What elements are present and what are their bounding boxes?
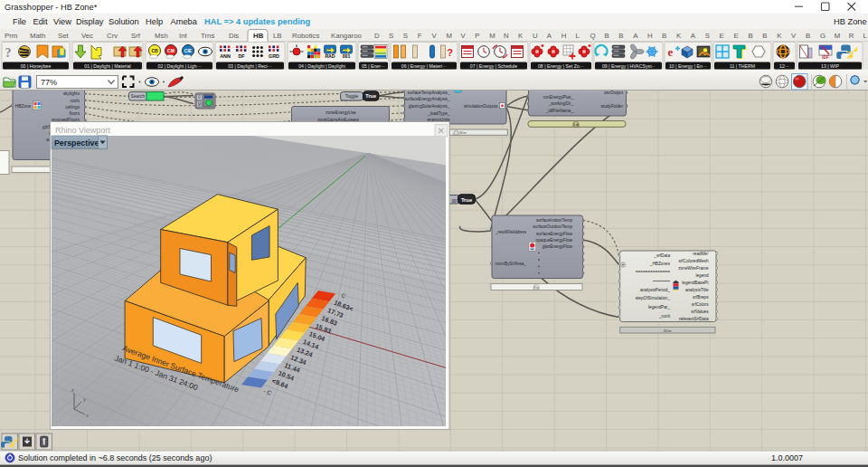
svg-text:Msh: Msh	[155, 32, 168, 40]
svg-text:analysisTitle: analysisTitle	[685, 288, 709, 292]
svg-text:ANN: ANN	[220, 53, 231, 59]
svg-text:Edit: Edit	[33, 17, 48, 26]
svg-text:M: M	[835, 32, 841, 40]
svg-text:LB: LB	[273, 32, 282, 40]
svg-text:srfBreps: srfBreps	[693, 295, 709, 300]
svg-text:B: B	[604, 32, 609, 40]
svg-text:Set: Set	[58, 32, 70, 40]
svg-text:Trns: Trns	[201, 32, 214, 40]
svg-text:B: B	[762, 32, 767, 40]
svg-text:12···: 12···	[779, 63, 789, 69]
svg-text:R: R	[849, 32, 854, 40]
svg-text:surfaceEnergyAnalysis_: surfaceEnergyAnalysis_	[404, 97, 450, 101]
svg-text:CIE: CIE	[184, 48, 193, 53]
svg-text:N: N	[504, 32, 509, 40]
svg-text:_srfData: _srfData	[653, 253, 670, 258]
svg-text:V: V	[791, 32, 797, 40]
svg-text:A: A	[633, 32, 638, 40]
svg-text:View: View	[53, 17, 71, 26]
svg-text:07 | Energy | Schedule: 07 | Energy | Schedule	[470, 63, 517, 69]
svg-text:Kangaroo: Kangaroo	[331, 32, 362, 40]
svg-text:_idfFileName_: _idfFileName_	[545, 109, 574, 113]
svg-text:02 | Daylight | Ligh···: 02 | Daylight | Ligh···	[158, 63, 202, 69]
svg-text:legend: legend	[695, 273, 708, 278]
svg-text:Math: Math	[30, 32, 45, 40]
svg-text:Crv: Crv	[107, 32, 118, 40]
svg-text:IDF: IDF	[822, 55, 829, 60]
svg-text:Q: Q	[590, 32, 596, 40]
svg-text:06 | Energy | Materi···: 06 | Energy | Materi···	[401, 63, 448, 69]
svg-text:simulationOutputs: simulationOutputs	[464, 104, 498, 109]
svg-text:Prm: Prm	[5, 32, 17, 40]
svg-text:Ameba: Ameba	[171, 17, 198, 26]
svg-text:B: B	[618, 32, 623, 40]
svg-text:surfaceIndoorTemp: surfaceIndoorTemp	[536, 218, 573, 223]
svg-text:floors: floors	[70, 111, 80, 116]
svg-text:gy: gy	[452, 197, 458, 203]
svg-text:3Dm: 3Dm	[664, 329, 672, 333]
svg-text:B: B	[806, 32, 810, 40]
svg-text:z: z	[71, 387, 74, 393]
svg-text:S: S	[389, 32, 393, 40]
svg-text:M: M	[447, 32, 453, 40]
svg-text:Solution: Solution	[108, 17, 139, 26]
svg-text:legendBasePt: legendBasePt	[682, 281, 709, 285]
svg-text:_runIt: _runIt	[658, 314, 671, 319]
svg-text:K: K	[676, 32, 682, 40]
svg-text:==============: ==============	[636, 270, 671, 274]
svg-text:roofs: roofs	[71, 99, 80, 103]
svg-text:glazingSolarAnalysis_: glazingSolarAnalysis_	[409, 104, 450, 109]
svg-text:09 | Energy | HVACSyst··: 09 | Energy | HVACSyst··	[602, 63, 656, 69]
svg-text:zoneEnergyUse: zoneEnergyUse	[326, 110, 356, 115]
svg-text:Robotics: Robotics	[292, 32, 319, 40]
svg-text:05 | Ener···: 05 | Ener···	[362, 63, 385, 69]
svg-text:Toggle: Toggle	[345, 94, 359, 99]
svg-text:srfValues: srfValues	[691, 310, 709, 314]
svg-text:E: E	[720, 32, 724, 40]
svg-text:HBZone: HBZone	[15, 104, 32, 109]
svg-text:legendPar_: legendPar_	[648, 305, 670, 310]
svg-text:_resultFileAddress: _resultFileAddress	[495, 230, 526, 234]
svg-text:x: x	[86, 413, 89, 418]
svg-text:1 di: 1 di	[573, 122, 580, 127]
svg-text:00 | Honeybee: 00 | Honeybee	[21, 63, 52, 69]
svg-text:Display: Display	[76, 17, 104, 26]
svg-text:relevantSrfData: relevantSrfData	[679, 317, 709, 321]
svg-text:V: V	[460, 32, 466, 40]
svg-text:Perspective: Perspective	[54, 138, 99, 148]
svg-text:surfaceEnergyFlow: surfaceEnergyFlow	[536, 232, 573, 236]
svg-text:zoneWireFrame: zoneWireFrame	[678, 266, 709, 271]
svg-text:S: S	[403, 32, 408, 40]
svg-text:Tru: Tru	[533, 286, 539, 290]
svg-text:3Dm: 3Dm	[459, 131, 467, 135]
svg-text:DF: DF	[238, 53, 245, 59]
svg-text:F: F	[418, 32, 422, 40]
svg-text:K: K	[518, 32, 524, 40]
svg-text:S: S	[705, 32, 710, 40]
svg-text:glazEnergyFlow: glazEnergyFlow	[542, 244, 573, 249]
svg-text:Srf: Srf	[131, 32, 141, 40]
svg-text:G: G	[820, 32, 826, 40]
svg-text:GRD: GRD	[269, 53, 279, 59]
svg-text:Dis: Dis	[229, 32, 239, 40]
svg-text:L: L	[576, 32, 580, 40]
svg-text:H: H	[561, 32, 567, 40]
svg-text:U: U	[533, 32, 538, 40]
svg-text:True: True	[461, 197, 473, 203]
svg-text:?: ?	[5, 46, 12, 60]
svg-text:08 | Energy | Set Zo···: 08 | Energy | Set Zo···	[538, 63, 584, 69]
svg-text:stepOfSimulation_: stepOfSimulation_	[636, 296, 671, 300]
svg-text:e: e	[668, 45, 674, 59]
svg-text:?: ?	[447, 47, 453, 58]
svg-text:_loadType_: _loadType_	[427, 111, 450, 116]
svg-text:File: File	[13, 17, 26, 26]
svg-text:runEnergyPlus_: runEnergyPlus_	[543, 95, 574, 100]
svg-text:H: H	[647, 32, 653, 40]
svg-text:_HBZones: _HBZones	[649, 262, 671, 266]
svg-text:11 | THERM: 11 | THERM	[730, 63, 755, 69]
svg-text:Search: Search	[131, 94, 146, 99]
svg-text:P: P	[475, 32, 479, 40]
svg-text:RAD: RAD	[325, 53, 335, 59]
svg-text:analysisPeriod_: analysisPeriod_	[640, 288, 670, 292]
svg-text:HB Zone: HB Zone	[834, 17, 867, 26]
